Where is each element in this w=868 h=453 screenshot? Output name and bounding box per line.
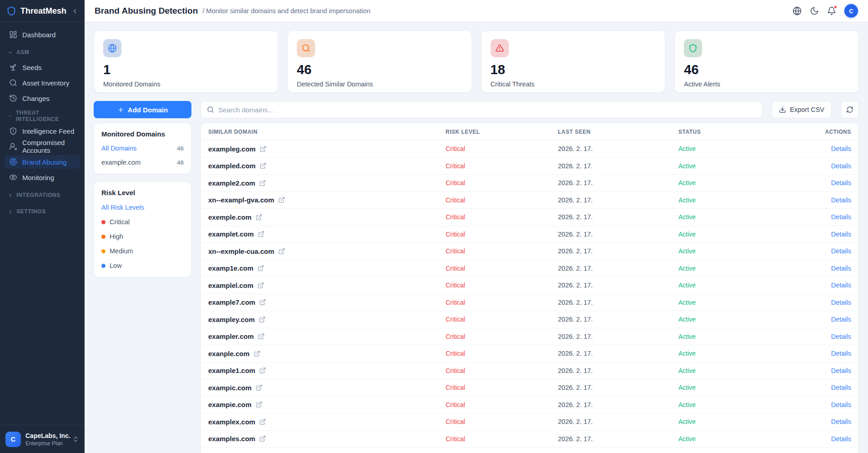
domain-name: example2.com	[208, 179, 255, 187]
risk-filter-high[interactable]: High	[101, 233, 184, 240]
sidebar-item-asset-inventory[interactable]: Asset Inventory	[5, 76, 80, 90]
external-link-icon[interactable]	[259, 435, 266, 442]
sidebar-footer[interactable]: C CapeLabs, Inc. Enterprise Plan	[0, 425, 85, 453]
external-link-icon[interactable]	[260, 146, 266, 152]
external-link-icon[interactable]	[256, 214, 262, 221]
org-avatar: C	[5, 432, 21, 447]
sidebar-item-dashboard[interactable]: Dashboard	[5, 28, 80, 41]
details-link[interactable]: Details	[831, 179, 851, 186]
risk-filter-critical[interactable]: Critical	[101, 218, 184, 226]
risk-filter-medium[interactable]: Medium	[101, 247, 184, 255]
details-link[interactable]: Details	[831, 282, 851, 289]
domain-name: xn--exampl-gva.com	[208, 196, 274, 204]
history-icon	[9, 94, 17, 102]
page-subtitle: / Monitor similar domains and detect bra…	[202, 7, 370, 15]
details-link[interactable]: Details	[831, 196, 851, 204]
details-link[interactable]: Details	[831, 299, 851, 306]
user-avatar[interactable]: C	[844, 4, 858, 18]
stat-icon-wrap	[297, 39, 315, 57]
refresh-icon	[846, 106, 853, 113]
risk-filter-all-risk-levels[interactable]: All Risk Levels	[101, 204, 184, 211]
external-link-icon[interactable]	[258, 333, 265, 340]
risk-level-list: All Risk Levels Critical High Medium Low	[101, 204, 184, 269]
sidebar: ThreatMesh Dashboard ASM Seeds Asset Inv…	[0, 0, 85, 453]
table-row: exampleg.com Critical 2026. 2. 17. Activ…	[201, 141, 858, 158]
external-link-icon[interactable]	[256, 384, 262, 391]
external-link-icon[interactable]	[259, 180, 266, 186]
dark-mode-toggle[interactable]	[810, 6, 819, 15]
details-link[interactable]: Details	[831, 333, 851, 340]
add-domain-button[interactable]: Add Domain	[94, 101, 191, 118]
last-seen-date: 2026. 2. 17.	[558, 213, 593, 221]
domain-name: exampie.com	[208, 401, 251, 408]
cell-risk: Critical	[446, 264, 558, 272]
chevron-down-icon	[7, 113, 13, 119]
export-csv-button[interactable]: Export CSV	[772, 101, 832, 118]
sidebar-item-compromised-accounts[interactable]: Compromised Accounts	[5, 140, 80, 153]
chevrons-up-down-icon[interactable]	[72, 436, 79, 443]
cell-risk: Critical	[446, 435, 558, 443]
similar-domains-table: Similar DomainRisk LevelLast SeenStatusA…	[201, 123, 859, 453]
sidebar-section-asm[interactable]: ASM	[5, 47, 80, 58]
details-link[interactable]: Details	[831, 145, 851, 152]
sidebar-item-brand-abusing[interactable]: Brand Abusing	[5, 155, 80, 169]
section-label: THREAT INTELLIGENCE	[16, 110, 77, 122]
external-link-icon[interactable]	[257, 265, 264, 272]
fingerprint-icon	[9, 158, 17, 166]
details-link[interactable]: Details	[831, 401, 851, 408]
details-link[interactable]: Details	[831, 231, 851, 238]
risk-filter-low[interactable]: Low	[101, 262, 184, 269]
domain-name: exemple.com	[208, 213, 251, 221]
external-link-icon[interactable]	[278, 196, 285, 203]
domain-filter-example-com[interactable]: example.com 46	[101, 159, 184, 166]
sidebar-item-changes[interactable]: Changes	[5, 91, 80, 105]
details-link[interactable]: Details	[831, 247, 851, 255]
chevron-right-icon	[7, 192, 13, 198]
content: 1 Monitored Domains 46 Detected Similar …	[85, 22, 868, 453]
details-link[interactable]: Details	[831, 384, 851, 391]
cell-last-seen: 2026. 2. 17.	[558, 196, 678, 204]
details-link[interactable]: Details	[831, 316, 851, 323]
external-link-icon[interactable]	[259, 418, 266, 425]
sidebar-item-label: Asset Inventory	[22, 79, 69, 87]
cell-last-seen: 2026. 2. 17.	[558, 401, 678, 409]
cell-domain: exampic.com	[208, 384, 446, 392]
cell-domain: example2.com	[208, 179, 446, 187]
cell-risk: Critical	[446, 315, 558, 323]
details-link[interactable]: Details	[831, 418, 851, 425]
external-link-icon[interactable]	[259, 316, 266, 323]
details-link[interactable]: Details	[831, 162, 851, 170]
external-link-icon[interactable]	[258, 231, 265, 237]
sidebar-item-monitoring[interactable]: Monitoring	[5, 171, 80, 184]
monitored-domains-list: All Domains 46 example.com 46	[101, 145, 184, 166]
external-link-icon[interactable]	[278, 248, 285, 255]
external-link-icon[interactable]	[260, 162, 266, 169]
column-header-risk-level: Risk Level	[446, 129, 558, 135]
domain-filter-all-domains[interactable]: All Domains 46	[101, 145, 184, 152]
sidebar-section-threat-intelligence[interactable]: THREAT INTELLIGENCE	[5, 111, 80, 121]
details-link[interactable]: Details	[831, 367, 851, 374]
external-link-icon[interactable]	[257, 282, 264, 289]
last-seen-date: 2026. 2. 17.	[558, 401, 593, 408]
external-link-icon[interactable]	[259, 367, 266, 374]
sidebar-section-integrations[interactable]: INTEGRATIONS	[5, 190, 80, 201]
external-link-icon[interactable]	[254, 350, 261, 357]
language-globe-button[interactable]	[793, 6, 802, 15]
external-link-icon[interactable]	[259, 299, 266, 306]
column-header-last-seen: Last Seen	[558, 129, 678, 135]
details-link[interactable]: Details	[831, 350, 851, 357]
cell-domain: exampley.com	[208, 316, 446, 323]
external-link-icon[interactable]	[256, 401, 262, 408]
notifications-button[interactable]	[827, 6, 836, 15]
search-input[interactable]	[218, 106, 756, 114]
sidebar-item-intelligence-feed[interactable]: Intelligence Feed	[5, 124, 80, 138]
domain-filter-label: All Domains	[101, 145, 136, 152]
sidebar-item-seeds[interactable]: Seeds	[5, 60, 80, 74]
refresh-button[interactable]	[841, 101, 859, 118]
details-link[interactable]: Details	[831, 435, 851, 443]
sidebar-collapse-button[interactable]	[71, 8, 78, 15]
sidebar-section-settings[interactable]: SETTINGS	[5, 206, 80, 217]
details-link[interactable]: Details	[831, 265, 851, 272]
cell-last-seen: 2026. 2. 17.	[558, 367, 678, 375]
details-link[interactable]: Details	[831, 213, 851, 221]
